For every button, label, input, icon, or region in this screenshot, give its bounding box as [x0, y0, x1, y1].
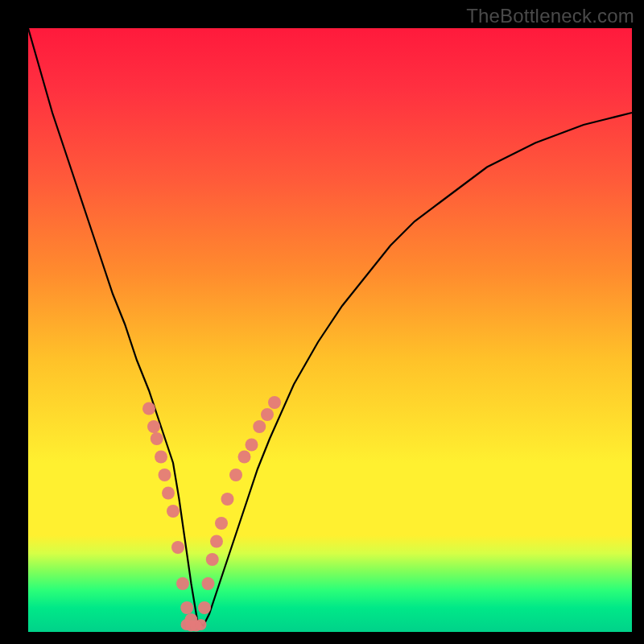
marker-dot	[180, 601, 193, 614]
marker-dot	[238, 451, 251, 464]
marker-dot	[261, 408, 274, 421]
marker-dot	[268, 396, 281, 409]
marker-dot	[155, 451, 167, 464]
marker-dot	[176, 577, 189, 590]
marker-dots-bottom	[181, 619, 207, 632]
marker-dot	[147, 420, 160, 433]
marker-dot	[253, 420, 266, 433]
marker-dot	[159, 469, 171, 481]
marker-dot	[246, 439, 258, 452]
marker-dot	[167, 505, 180, 518]
marker-dot	[210, 535, 223, 548]
marker-dot	[202, 577, 215, 590]
marker-dot	[215, 517, 228, 530]
marker-dot	[206, 553, 219, 566]
marker-dot	[221, 493, 234, 506]
marker-dot	[151, 432, 163, 445]
marker-dot	[229, 469, 242, 481]
bottleneck-curve	[28, 28, 632, 626]
marker-dots-left	[142, 402, 198, 627]
curve-svg	[28, 28, 632, 632]
marker-dot	[162, 487, 175, 500]
watermark-text: TheBottleneck.com	[466, 5, 634, 27]
chart-frame: TheBottleneck.com	[0, 0, 644, 644]
marker-dots-right	[198, 396, 281, 614]
marker-dot	[196, 619, 207, 630]
plot-area	[28, 28, 632, 632]
marker-dot	[171, 541, 184, 554]
marker-dot	[142, 402, 155, 415]
marker-dot	[198, 601, 211, 614]
